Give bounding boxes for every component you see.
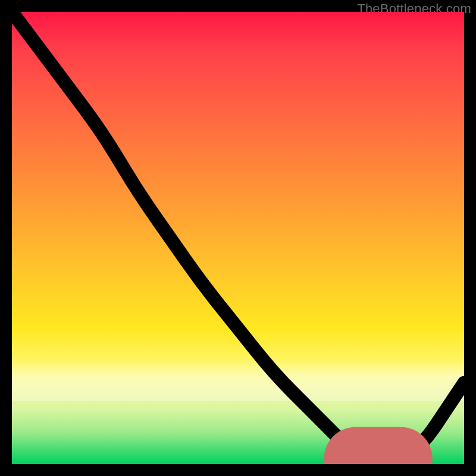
pale-band — [12, 360, 464, 400]
chart-overlay — [12, 12, 464, 464]
plot-area — [12, 12, 464, 464]
bottleneck-curve — [12, 12, 464, 464]
chart-stage: TheBottleneck.com — [0, 0, 476, 476]
